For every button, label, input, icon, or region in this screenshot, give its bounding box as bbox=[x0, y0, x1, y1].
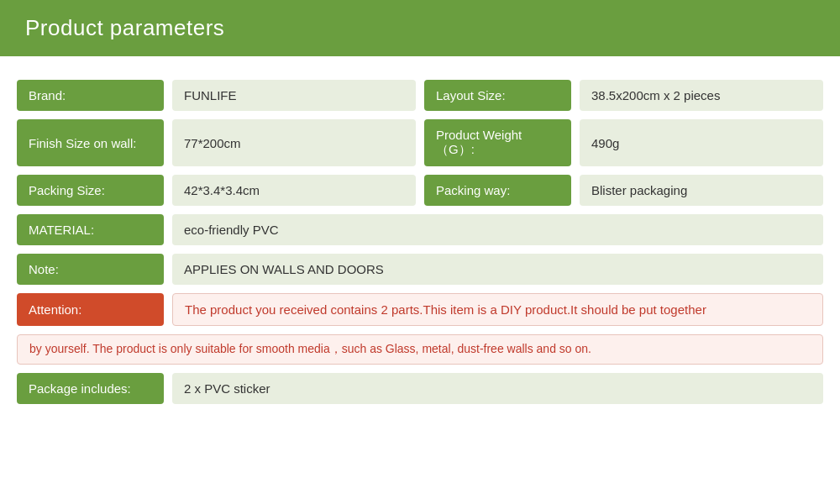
material-value: eco-friendly PVC bbox=[172, 214, 823, 245]
layout-size-label: Layout Size: bbox=[424, 80, 571, 111]
packing-way-label: Packing way: bbox=[424, 175, 571, 206]
package-value: 2 x PVC sticker bbox=[172, 373, 823, 404]
finish-size-value: 77*200cm bbox=[172, 119, 416, 166]
packing-size-value: 42*3.4*3.4cm bbox=[172, 175, 416, 206]
brand-value: FUNLIFE bbox=[172, 80, 416, 111]
packing-size-label: Packing Size: bbox=[17, 175, 164, 206]
brand-label: Brand: bbox=[17, 80, 164, 111]
content-area: Brand: FUNLIFE Layout Size: 38.5x200cm x… bbox=[0, 56, 840, 421]
layout-size-value: 38.5x200cm x 2 pieces bbox=[580, 80, 823, 111]
product-weight-label: Product Weight（G）: bbox=[424, 119, 571, 166]
attention-value: The product you received contains 2 part… bbox=[172, 293, 823, 326]
attention-continuation-text: by yourself. The product is only suitabl… bbox=[17, 334, 823, 365]
material-label: MATERIAL: bbox=[17, 214, 164, 245]
page-header: Product parameters bbox=[0, 0, 840, 56]
note-row: Note: APPLIES ON WALLS AND DOORS bbox=[17, 254, 823, 285]
brand-row: Brand: FUNLIFE Layout Size: 38.5x200cm x… bbox=[17, 80, 823, 111]
product-weight-value: 490g bbox=[580, 119, 823, 166]
finish-size-row: Finish Size on wall: 77*200cm Product We… bbox=[17, 119, 823, 166]
package-label: Package includes: bbox=[17, 373, 164, 404]
material-row: MATERIAL: eco-friendly PVC bbox=[17, 214, 823, 245]
note-label: Note: bbox=[17, 254, 164, 285]
attention-label: Attention: bbox=[17, 293, 164, 326]
packing-way-value: Blister packaging bbox=[580, 175, 823, 206]
packing-size-row: Packing Size: 42*3.4*3.4cm Packing way: … bbox=[17, 175, 823, 206]
note-value: APPLIES ON WALLS AND DOORS bbox=[172, 254, 823, 285]
attention-row: Attention: The product you received cont… bbox=[17, 293, 823, 326]
package-row: Package includes: 2 x PVC sticker bbox=[17, 373, 823, 404]
attention-continuation-row: by yourself. The product is only suitabl… bbox=[17, 334, 823, 365]
page-title: Product parameters bbox=[25, 15, 224, 40]
finish-size-label: Finish Size on wall: bbox=[17, 119, 164, 166]
